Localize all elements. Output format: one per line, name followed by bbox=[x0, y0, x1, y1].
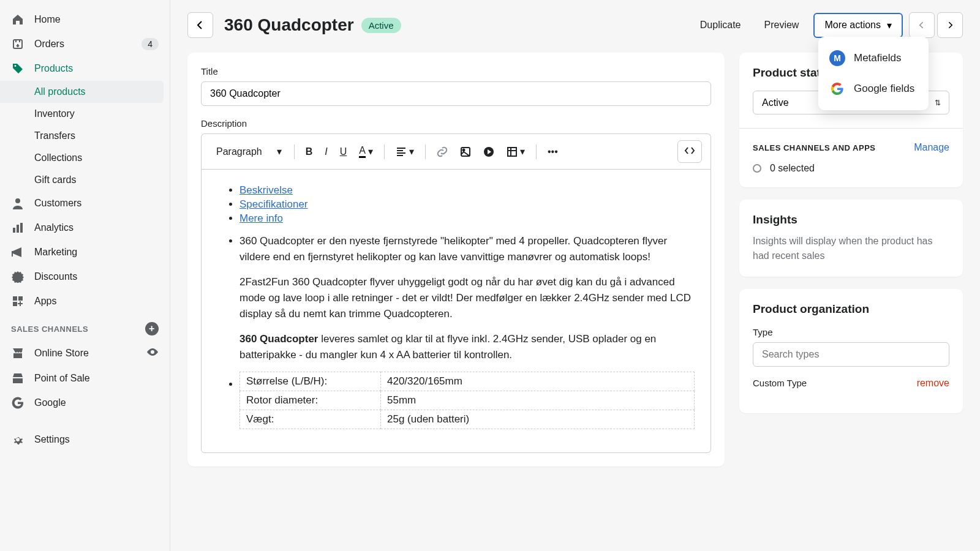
preview-button[interactable]: Preview bbox=[756, 13, 808, 37]
svg-rect-3 bbox=[17, 225, 19, 233]
svg-rect-2 bbox=[13, 228, 15, 233]
italic-button[interactable]: I bbox=[320, 143, 332, 161]
type-label: Type bbox=[753, 327, 949, 337]
insights-title: Insights bbox=[753, 213, 949, 227]
store-icon bbox=[11, 347, 24, 360]
chevron-down-icon: ▾ bbox=[887, 20, 892, 31]
insights-card: Insights Insights will display when the … bbox=[739, 200, 963, 277]
nav-label: Online Store bbox=[34, 348, 89, 359]
remove-link[interactable]: remove bbox=[917, 378, 949, 389]
more-actions-dropdown: M Metafields Google fields bbox=[818, 37, 929, 110]
nav-sub-all-products[interactable]: All products bbox=[0, 81, 164, 103]
more-actions-button[interactable]: More actions ▾ bbox=[813, 13, 903, 38]
paragraph-select[interactable]: Paragraph▾ bbox=[210, 142, 288, 161]
nav-label: Point of Sale bbox=[34, 373, 90, 384]
nav-label: Apps bbox=[34, 296, 56, 307]
page-header: 360 Quadcopter Active Duplicate Preview … bbox=[187, 12, 963, 38]
nav-label: Analytics bbox=[34, 222, 74, 233]
video-button[interactable] bbox=[478, 143, 499, 161]
nav-customers[interactable]: Customers bbox=[0, 191, 170, 216]
google-icon bbox=[11, 396, 24, 410]
image-button[interactable] bbox=[455, 143, 476, 161]
title-description-card: Title Description Paragraph▾ B I U A ▾ bbox=[187, 53, 725, 467]
org-title: Product organization bbox=[753, 302, 949, 316]
svg-rect-7 bbox=[13, 302, 17, 306]
manage-link[interactable]: Manage bbox=[914, 142, 949, 153]
main-content: 360 Quadcopter Active Duplicate Preview … bbox=[170, 0, 980, 551]
svg-point-1 bbox=[15, 198, 20, 203]
nav-discounts[interactable]: Discounts bbox=[0, 264, 170, 289]
svg-point-9 bbox=[462, 149, 464, 151]
page-title: 360 Quadcopter bbox=[224, 15, 354, 35]
align-button[interactable]: ▾ bbox=[391, 142, 419, 161]
more-tools-button[interactable]: ••• bbox=[543, 143, 563, 161]
desc-paragraph: 360 Quadcopter leveres samlet og klar ti… bbox=[239, 331, 695, 364]
metafields-icon: M bbox=[829, 50, 845, 66]
editor-toolbar: Paragraph▾ B I U A ▾ ▾ ▾ bbox=[201, 133, 711, 169]
nav-label: Products bbox=[34, 63, 73, 74]
nav-analytics[interactable]: Analytics bbox=[0, 216, 170, 240]
desc-link[interactable]: Mere info bbox=[239, 212, 283, 224]
table-button[interactable]: ▾ bbox=[502, 142, 530, 161]
next-product-button[interactable] bbox=[937, 12, 963, 38]
desc-link[interactable]: Specifikationer bbox=[239, 198, 308, 210]
nav-sub-gift-cards[interactable]: Gift cards bbox=[0, 169, 170, 191]
nav-sub-collections[interactable]: Collections bbox=[0, 147, 170, 169]
gear-icon bbox=[11, 433, 24, 446]
nav-sub-inventory[interactable]: Inventory bbox=[0, 103, 170, 125]
link-button[interactable] bbox=[432, 143, 453, 161]
desc-paragraph: 360 Quadcopter er den nyeste fjernstyred… bbox=[239, 233, 695, 266]
svg-rect-11 bbox=[508, 148, 516, 156]
type-input[interactable] bbox=[753, 342, 949, 367]
insights-text: Insights will display when the product h… bbox=[753, 234, 949, 263]
nav-point-of-sale[interactable]: Point of Sale bbox=[0, 366, 170, 391]
google-color-icon bbox=[829, 81, 845, 97]
title-input[interactable] bbox=[201, 81, 711, 106]
nav-google[interactable]: Google bbox=[0, 391, 170, 415]
prev-product-button[interactable] bbox=[909, 12, 935, 38]
pos-icon bbox=[11, 372, 24, 385]
customers-icon bbox=[11, 197, 24, 210]
nav-settings[interactable]: Settings bbox=[0, 427, 170, 452]
bold-button[interactable]: B bbox=[301, 143, 318, 161]
nav-home[interactable]: Home bbox=[0, 7, 170, 32]
nav-sales-channels-header: SALES CHANNELS + bbox=[0, 313, 170, 340]
nav-marketing[interactable]: Marketing bbox=[0, 240, 170, 264]
desc-link[interactable]: Beskrivelse bbox=[239, 184, 293, 196]
svg-rect-6 bbox=[18, 296, 23, 301]
nav-label: Marketing bbox=[34, 247, 77, 258]
analytics-icon bbox=[11, 221, 24, 234]
nav-online-store[interactable]: Online Store bbox=[0, 340, 170, 366]
status-badge: Active bbox=[361, 18, 401, 33]
sidebar: Home Orders 4 Products All products Inve… bbox=[0, 0, 170, 551]
svg-rect-5 bbox=[13, 296, 17, 301]
custom-type-label: Custom Type bbox=[753, 378, 807, 389]
products-icon bbox=[11, 62, 24, 75]
add-channel-icon[interactable]: + bbox=[145, 322, 159, 335]
eye-icon[interactable] bbox=[146, 346, 159, 361]
radio-icon[interactable] bbox=[753, 164, 761, 173]
spec-table: Størrelse (L/B/H):420/320/165mm Rotor di… bbox=[239, 372, 695, 429]
discounts-icon bbox=[11, 270, 24, 283]
product-organization-card: Product organization Type Custom Type re… bbox=[739, 289, 963, 413]
nav-sub-transfers[interactable]: Transfers bbox=[0, 125, 170, 147]
duplicate-button[interactable]: Duplicate bbox=[692, 13, 750, 37]
nav-orders[interactable]: Orders 4 bbox=[0, 32, 170, 56]
code-view-button[interactable] bbox=[677, 140, 702, 163]
underline-button[interactable]: U bbox=[335, 143, 352, 161]
dropdown-google-fields[interactable]: Google fields bbox=[818, 73, 929, 104]
color-button[interactable]: A ▾ bbox=[354, 141, 378, 162]
back-button[interactable] bbox=[187, 12, 213, 38]
nav-products[interactable]: Products bbox=[0, 56, 170, 81]
orders-badge: 4 bbox=[141, 38, 159, 50]
dropdown-metafields[interactable]: M Metafields bbox=[818, 43, 929, 73]
orders-icon bbox=[11, 37, 24, 51]
nav-label: Orders bbox=[34, 39, 64, 50]
marketing-icon bbox=[11, 246, 24, 259]
title-label: Title bbox=[201, 66, 711, 77]
nav-label: Discounts bbox=[34, 271, 77, 282]
description-editor[interactable]: Beskrivelse Specifikationer Mere info 36… bbox=[201, 169, 711, 453]
nav-apps[interactable]: Apps bbox=[0, 289, 170, 313]
nav-label: Google bbox=[34, 397, 66, 408]
home-icon bbox=[11, 13, 24, 26]
